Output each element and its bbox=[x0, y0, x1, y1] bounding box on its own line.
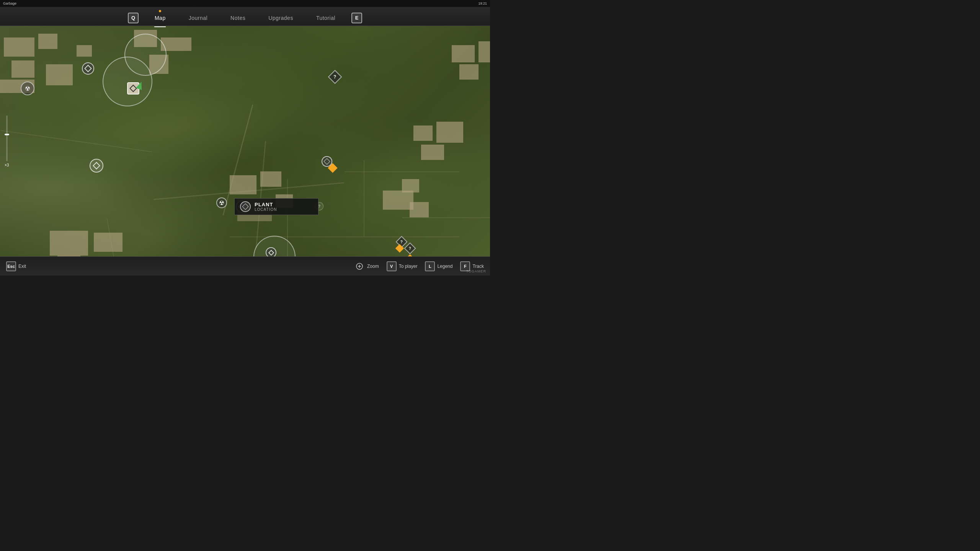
player-marker bbox=[127, 82, 142, 98]
track-label: Track bbox=[472, 264, 484, 269]
top-location-marker[interactable] bbox=[82, 62, 94, 75]
question-marker-1[interactable]: ? bbox=[330, 72, 340, 82]
top-bar: Q Map Journal Notes Upgrades Tutorial E bbox=[0, 7, 490, 26]
bottom-location-marker[interactable] bbox=[266, 247, 276, 256]
zoom-thumb bbox=[5, 134, 9, 135]
bottom-right-actions: Zoom V To player L Legend F Track bbox=[354, 261, 484, 272]
exit-action: Esc Exit bbox=[6, 261, 26, 271]
e-key-button[interactable]: E bbox=[351, 13, 362, 23]
tab-map[interactable]: Map bbox=[143, 8, 177, 27]
legend-action: L Legend bbox=[425, 261, 452, 271]
zoom-svg-icon bbox=[355, 262, 364, 271]
zoom-track bbox=[6, 116, 8, 161]
tab-notes[interactable]: Notes bbox=[219, 8, 257, 27]
tab-upgrades[interactable]: Upgrades bbox=[257, 8, 305, 27]
l-key[interactable]: L bbox=[425, 261, 435, 271]
to-player-action: V To player bbox=[387, 261, 418, 271]
q-key-button[interactable]: Q bbox=[128, 13, 139, 23]
system-time: 19:21 bbox=[478, 2, 487, 5]
map-container: ×3 ☢ bbox=[0, 26, 490, 256]
location-tooltip-text: PLANT LOCATION bbox=[255, 202, 277, 212]
exit-label: Exit bbox=[18, 264, 26, 269]
nuclear-marker-1[interactable]: ☢ bbox=[21, 82, 34, 95]
zoom-icon bbox=[354, 261, 365, 272]
app-name: Garbage bbox=[3, 2, 16, 5]
location-marker-2[interactable] bbox=[90, 159, 103, 173]
v-key[interactable]: V bbox=[387, 261, 397, 271]
map-background[interactable]: ×3 ☢ bbox=[0, 26, 490, 256]
watermark: TOGAMER bbox=[466, 269, 486, 273]
location-marker-3[interactable] bbox=[322, 156, 332, 167]
location-subtitle: LOCATION bbox=[255, 207, 277, 212]
tab-tutorial[interactable]: Tutorial bbox=[305, 8, 347, 27]
zoom-slider[interactable]: ×3 bbox=[5, 116, 9, 167]
zoom-text: Zoom bbox=[367, 264, 379, 269]
esc-key[interactable]: Esc bbox=[6, 261, 16, 271]
location-title: PLANT bbox=[255, 202, 277, 207]
legend-label: Legend bbox=[437, 264, 452, 269]
system-bar: Garbage 19:21 bbox=[0, 0, 490, 7]
tab-journal[interactable]: Journal bbox=[177, 8, 219, 27]
question-marker-3[interactable]: ? bbox=[406, 244, 414, 253]
location-tooltip: PLANT LOCATION bbox=[234, 198, 318, 215]
player-detection-circle bbox=[103, 57, 152, 106]
location-tooltip-icon bbox=[240, 201, 251, 212]
zoom-action: Zoom bbox=[354, 261, 379, 272]
bottom-bar: Esc Exit Zoom V To player L Legend bbox=[0, 256, 490, 276]
nuclear-marker-2[interactable]: ☢ bbox=[216, 197, 227, 208]
to-player-label: To player bbox=[399, 264, 418, 269]
nav-tabs: Q Map Journal Notes Upgrades Tutorial E bbox=[123, 8, 367, 27]
question-marker-2[interactable]: ? bbox=[397, 238, 406, 246]
zoom-label: ×3 bbox=[5, 163, 9, 167]
